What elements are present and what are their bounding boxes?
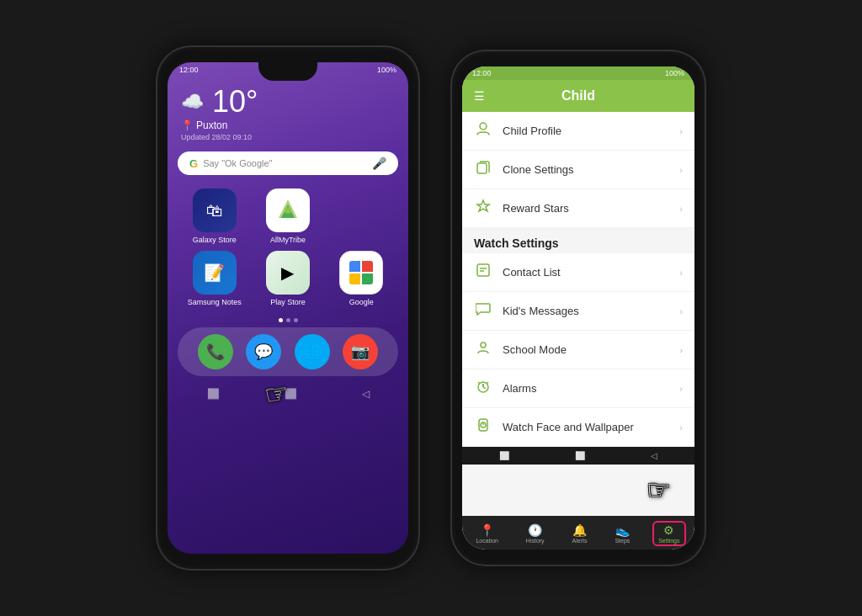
app-empty: [328, 189, 395, 244]
child-profile-arrow: ›: [679, 126, 683, 136]
phone1-screen: 12:00 100% ☁️ 10° 📍 Puxton Updated 28/02…: [168, 62, 408, 554]
nav-back-icon[interactable]: ◁: [362, 388, 370, 400]
weather-location: 📍 Puxton: [181, 119, 395, 131]
school-mode-icon: [474, 340, 492, 359]
app-google-label: Google: [349, 298, 374, 306]
app-allmytribe-label: AllMyTribe: [270, 236, 306, 244]
weather-updated: Updated 28/02 09:10: [181, 133, 395, 141]
app-play-store-label: Play Store: [270, 298, 306, 306]
reward-stars-label: Reward Stars: [503, 202, 669, 215]
nav-item-steps[interactable]: 👟 Steps: [609, 522, 635, 545]
location-nav-icon: 📍: [480, 523, 494, 537]
app-samsung-notes-label: Samsung Notes: [188, 298, 242, 306]
dock-phone[interactable]: 📞: [198, 334, 233, 369]
alarms-arrow: ›: [679, 384, 683, 394]
phone1-shell: 12:00 100% ☁️ 10° 📍 Puxton Updated 28/02…: [157, 47, 418, 569]
kids-messages-arrow: ›: [679, 306, 683, 316]
svg-marker-4: [477, 200, 489, 211]
mic-icon: 🎤: [372, 157, 386, 170]
header-title: Child: [561, 88, 595, 104]
nav2-home-icon[interactable]: ⬜: [575, 451, 585, 460]
menu-item-kids-messages[interactable]: Kid's Messages ›: [462, 292, 694, 331]
dock-messages[interactable]: 💬: [246, 334, 281, 369]
samsung-notes-icon: 📝: [193, 251, 237, 295]
nav-item-location[interactable]: 📍 Location: [471, 522, 503, 545]
app-galaxy-store[interactable]: 🛍 Galaxy Store: [181, 189, 247, 244]
alerts-nav-label: Alerts: [572, 538, 588, 544]
weather-temperature: 10°: [212, 84, 258, 119]
alerts-nav-icon: 🔔: [572, 523, 587, 537]
svg-point-1: [285, 207, 291, 214]
menu-item-child-profile[interactable]: Child Profile ›: [462, 112, 694, 151]
phone1-battery: 100%: [377, 66, 396, 74]
svg-point-8: [481, 343, 486, 348]
galaxy-store-icon: 🛍: [193, 189, 237, 232]
app-play-store[interactable]: ▶ Play Store: [254, 251, 321, 306]
weather-widget: ☁️ 10° 📍 Puxton Updated 28/02 09:10: [168, 77, 408, 145]
app-samsung-notes[interactable]: 📝 Samsung Notes: [181, 251, 247, 306]
dot-3: [294, 318, 298, 322]
cursor-hand-phone2: ☞: [646, 474, 671, 506]
phone1-notch: [258, 62, 317, 81]
watch-face-icon: [474, 417, 492, 437]
menu-item-clone-settings[interactable]: Clone Settings ›: [462, 151, 694, 189]
app-galaxy-store-label: Galaxy Store: [193, 236, 237, 244]
settings-nav-label: Settings: [658, 538, 679, 544]
clone-settings-label: Clone Settings: [503, 163, 669, 176]
steps-nav-label: Steps: [615, 538, 630, 544]
apps-grid: 🛍 Galaxy Store AllMyTribe: [168, 182, 408, 313]
settings-nav-icon: ⚙: [663, 523, 674, 537]
reward-stars-icon: [474, 199, 492, 218]
child-profile-label: Child Profile: [503, 125, 669, 137]
nav-item-settings[interactable]: ⚙ Settings: [652, 521, 685, 546]
history-nav-label: History: [526, 538, 545, 544]
steps-nav-icon: 👟: [615, 523, 630, 537]
menu-item-watch-face[interactable]: Watch Face and Wallpaper ›: [462, 408, 694, 447]
svg-line-12: [478, 382, 480, 384]
phone2-status-bar: 12:00 100%: [462, 66, 694, 80]
contact-list-arrow: ›: [679, 268, 683, 278]
nav-item-alerts[interactable]: 🔔 Alerts: [567, 522, 593, 545]
google-icon: [339, 251, 383, 295]
alarms-icon: [474, 379, 492, 398]
watch-face-arrow: ›: [679, 422, 683, 433]
svg-rect-5: [477, 264, 489, 276]
dock-browser[interactable]: 🌐: [295, 334, 330, 369]
menu-item-contact-list[interactable]: Contact List ›: [462, 253, 694, 292]
weather-cloud-icon: ☁️: [181, 91, 204, 113]
search-placeholder: Say "Ok Google": [203, 158, 272, 168]
menu-item-alarms[interactable]: Alarms ›: [462, 369, 694, 408]
phone2-battery: 100%: [665, 69, 684, 77]
menu-item-school-mode[interactable]: School Mode ›: [462, 331, 694, 369]
nav2-recent-icon[interactable]: ⬜: [499, 451, 509, 460]
watch-settings-section-header: Watch Settings: [462, 228, 694, 253]
phone2-navigation: ⬜ ⬜ ◁: [462, 447, 694, 465]
nav-recent-icon[interactable]: ⬜: [207, 388, 220, 400]
cursor-hand-phone1: ☞: [261, 373, 291, 412]
clone-settings-icon: [474, 160, 492, 179]
allmytribe-icon: [266, 189, 310, 232]
contact-list-icon: [474, 263, 492, 282]
dock-camera[interactable]: 📷: [343, 334, 378, 369]
svg-line-11: [483, 387, 486, 389]
bottom-navigation: 📍 Location 🕐 History 🔔 Alerts 👟 Steps ⚙ …: [462, 516, 694, 550]
location-pin-icon: 📍: [181, 119, 194, 131]
history-nav-icon: 🕐: [528, 523, 542, 537]
bottom-dock: 📞 💬 🌐 📷: [178, 327, 398, 376]
app-google[interactable]: Google: [328, 251, 395, 306]
location-nav-label: Location: [476, 538, 498, 544]
dot-1: [279, 318, 283, 322]
clone-settings-arrow: ›: [679, 165, 683, 175]
child-profile-icon: [474, 121, 492, 141]
search-bar[interactable]: G Say "Ok Google" 🎤: [178, 151, 398, 175]
hamburger-menu-icon[interactable]: ☰: [474, 89, 485, 103]
school-mode-arrow: ›: [679, 345, 683, 355]
nav-item-history[interactable]: 🕐 History: [521, 522, 550, 545]
phone2-time: 12:00: [472, 69, 492, 77]
phone2-shell: 12:00 100% ☰ Child Child Profile ›: [452, 51, 705, 565]
svg-point-2: [480, 123, 487, 130]
app-allmytribe[interactable]: AllMyTribe: [254, 189, 321, 244]
svg-line-13: [487, 382, 488, 384]
menu-item-reward-stars[interactable]: Reward Stars ›: [462, 189, 694, 228]
nav2-back-icon[interactable]: ◁: [651, 451, 657, 460]
